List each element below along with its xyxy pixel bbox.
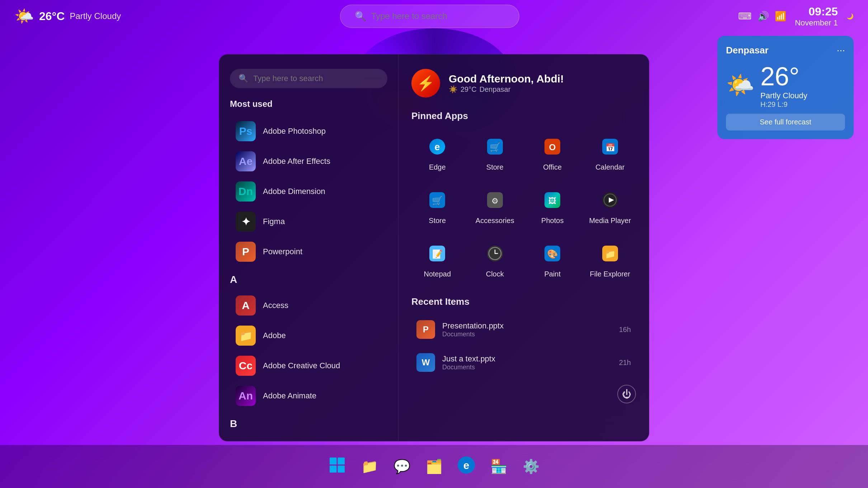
recent-item-time: 16h <box>619 326 631 334</box>
recent-item-location: Documents <box>442 364 612 371</box>
app-icon: An <box>236 386 256 406</box>
forecast-button[interactable]: See full forecast <box>726 114 845 131</box>
alpha-a-list: A Access 📁 Adobe Cc Adobe Creative Cloud… <box>230 290 387 411</box>
most-used-list: Ps Adobe Photoshop Ae Adobe After Effect… <box>230 116 387 267</box>
topbar-right: ⌨ 🔊 📶 09:25 November 1 🌙 <box>738 5 854 28</box>
app-name: Adobe After Effects <box>263 157 330 166</box>
weather-card: Denpasar ··· 🌤️ 26° Partly Cloudy H:29 L… <box>717 36 854 139</box>
pinned-app[interactable]: e Edge <box>411 129 463 176</box>
pinned-app-icon <box>597 187 623 213</box>
pinned-app-name: Accessories <box>476 217 514 225</box>
list-item[interactable]: Cc Adobe Creative Cloud <box>230 351 387 381</box>
list-item[interactable]: A Access <box>230 290 387 321</box>
svg-text:📝: 📝 <box>432 249 443 260</box>
pinned-app-icon: O <box>539 134 565 160</box>
pinned-app[interactable]: 🎨 Paint <box>527 236 579 283</box>
pinned-app[interactable]: 🖼 Photos <box>527 182 579 230</box>
store-icon: 🏪 <box>490 459 507 474</box>
app-name: Access <box>263 301 288 310</box>
list-item[interactable]: ✦ Figma <box>230 207 387 237</box>
taskbar-file-explorer[interactable]: 📁 <box>357 454 382 479</box>
svg-rect-30 <box>338 465 345 473</box>
taskbar-settings[interactable]: ⚙️ <box>518 454 544 479</box>
pinned-app-icon: 📅 <box>597 134 623 160</box>
recent-item-icon: W <box>416 353 435 372</box>
weather-card-menu[interactable]: ··· <box>837 44 845 56</box>
taskbar-chat[interactable]: 💬 <box>389 454 415 479</box>
power-button[interactable]: ⏻ <box>617 385 636 403</box>
recent-item[interactable]: W Just a text.pptx Documents 21h <box>411 347 636 378</box>
app-icon: Ae <box>236 151 256 171</box>
recent-item-time: 21h <box>619 359 631 367</box>
svg-text:🖼: 🖼 <box>548 196 556 205</box>
recent-item[interactable]: P Presentation.pptx Documents 16h <box>411 314 636 345</box>
app-icon: A <box>236 295 256 316</box>
search-icon-menu: 🔍 <box>239 74 248 83</box>
weather-card-icon: 🌤️ <box>726 72 755 99</box>
greeting-temp: 29°C <box>461 85 477 94</box>
taskbar-windows-start[interactable] <box>324 454 350 479</box>
pinned-app[interactable]: 📅 Calendar <box>584 129 636 176</box>
app-name: Adobe Creative Cloud <box>263 361 340 370</box>
list-item[interactable]: Ae Adobe After Effects <box>230 146 387 176</box>
pinned-app-name: Edge <box>429 163 446 171</box>
sys-icons: ⌨ 🔊 📶 <box>738 11 786 22</box>
pinned-app-icon <box>482 241 508 266</box>
pinned-app[interactable]: Media Player <box>584 182 636 230</box>
sunny-icon: ☀️ <box>449 85 458 94</box>
weather-desc-top: Partly Cloudy <box>70 11 121 21</box>
file-explorer-icon: 📁 <box>361 459 378 474</box>
greeting-location: Denpasar <box>480 85 511 94</box>
pinned-app-name: Store <box>429 217 446 225</box>
svg-text:🎨: 🎨 <box>547 249 558 260</box>
pinned-app[interactable]: Clock <box>469 236 521 283</box>
recent-item-info: Just a text.pptx Documents <box>442 354 612 371</box>
right-panel: ⚡ Good Afternoon, Abdi! ☀️ 29°C Denpasar… <box>398 55 649 441</box>
app-icon: Dn <box>236 181 256 202</box>
list-item[interactable]: 📁 Adobe <box>230 321 387 351</box>
pinned-app-name: Media Player <box>589 217 631 225</box>
alpha-label-a: A <box>230 274 387 285</box>
edge-icon: e <box>458 456 475 477</box>
search-input-top[interactable] <box>371 11 505 21</box>
pinned-app[interactable]: O Office <box>527 129 579 176</box>
pinned-app[interactable]: 📝 Notepad <box>411 236 463 283</box>
weather-card-detail: H:29 L:9 <box>760 100 807 109</box>
pinned-app[interactable]: 📁 File Explorer <box>584 236 636 283</box>
taskbar-folder[interactable]: 🗂️ <box>421 454 447 479</box>
keyboard-icon: ⌨ <box>738 11 752 22</box>
taskbar-edge[interactable]: e <box>453 454 479 479</box>
temp-top: 26°C <box>39 10 65 23</box>
pinned-app-icon: e <box>424 134 450 160</box>
svg-text:🛒: 🛒 <box>489 142 500 153</box>
left-panel: 🔍 Most used Ps Adobe Photoshop Ae Adobe … <box>219 55 398 441</box>
greeting-sub: ☀️ 29°C Denpasar <box>449 85 564 94</box>
list-item[interactable]: P Powerpoint <box>230 237 387 267</box>
svg-text:e: e <box>435 142 440 152</box>
weather-card-header: Denpasar ··· <box>726 44 845 56</box>
svg-rect-29 <box>330 465 337 473</box>
search-input-menu[interactable] <box>253 74 379 83</box>
pinned-app-name: Calendar <box>595 163 624 171</box>
list-item[interactable]: Ps Adobe Photoshop <box>230 116 387 146</box>
app-name: Adobe Animate <box>263 391 316 401</box>
svg-rect-27 <box>330 458 337 465</box>
search-bar-top[interactable]: 🔍 <box>340 5 519 28</box>
recent-item-name: Just a text.pptx <box>442 354 612 364</box>
weather-card-temp: 26° <box>760 62 807 91</box>
pinned-app[interactable]: 🛒 Store <box>411 182 463 230</box>
weather-widget-top: 🌤️ 26°C Partly Cloudy <box>14 7 121 25</box>
taskbar: 📁💬🗂️e🏪⚙️ <box>0 445 868 488</box>
pinned-app[interactable]: ⚙ Accessories <box>469 182 521 230</box>
pinned-app-icon: 🛒 <box>482 134 508 160</box>
list-item[interactable]: Dn Adobe Dimension <box>230 176 387 207</box>
list-item[interactable]: An Adobe Animate <box>230 381 387 411</box>
user-avatar: ⚡ <box>411 69 440 98</box>
settings-icon: ⚙️ <box>523 459 539 474</box>
pinned-apps-grid: e Edge 🛒 Store O Office 📅 Calendar 🛒 Sto… <box>411 129 636 283</box>
app-icon: Cc <box>236 356 256 376</box>
taskbar-store[interactable]: 🏪 <box>486 454 511 479</box>
pinned-app-icon: 🖼 <box>539 187 565 213</box>
search-bar-menu[interactable]: 🔍 <box>230 69 387 88</box>
pinned-app[interactable]: 🛒 Store <box>469 129 521 176</box>
